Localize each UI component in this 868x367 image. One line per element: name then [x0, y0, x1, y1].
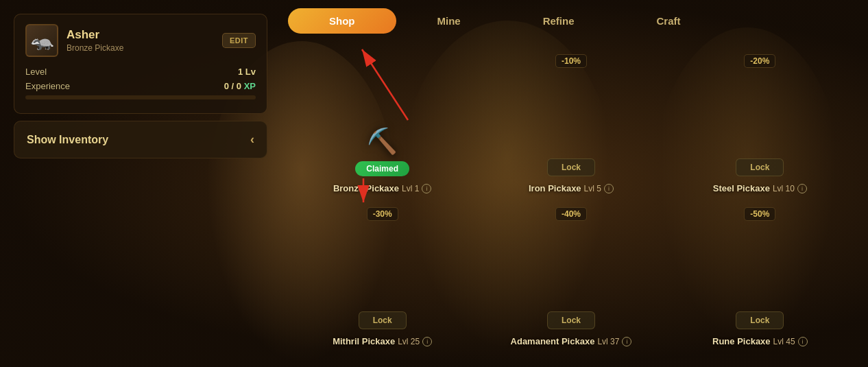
adamanent-lock-button[interactable]: Lock: [547, 311, 595, 329]
mithril-info-icon[interactable]: i: [422, 337, 432, 346]
pickaxe-cell-rune: -50% Lock Rune Pickaxe Lvl 45 i: [666, 200, 854, 353]
mithril-pickaxe-level: Lvl 25: [398, 337, 420, 346]
steel-discount-badge: -20%: [744, 54, 775, 68]
rune-pickaxe-name: Rune Pickaxe: [712, 336, 771, 346]
level-value: 1 Lv: [238, 67, 256, 77]
pickaxe-cell-bronze: ⛏️ Claimed Bronze Pickaxe Lvl 1 i: [288, 47, 477, 200]
bronze-info-icon[interactable]: i: [422, 184, 431, 193]
iron-lock-button[interactable]: Lock: [547, 158, 595, 176]
mithril-discount-badge: -30%: [367, 207, 398, 221]
chevron-left-icon: ‹: [250, 132, 254, 147]
experience-label: Experience: [25, 81, 70, 91]
adamanent-discount-badge: -40%: [555, 207, 587, 221]
pickaxe-cell-iron: -10% Lock Iron Pickaxe Lvl 5 i: [477, 47, 665, 200]
tab-refine[interactable]: Refine: [502, 8, 616, 34]
tabs-container: Shop Mine Refine Craft: [288, 8, 854, 34]
tab-shop[interactable]: Shop: [288, 8, 396, 34]
tab-craft[interactable]: Craft: [616, 8, 722, 34]
avatar: 🦡: [25, 24, 58, 57]
adamanent-info-row: Adamanent Pickaxe Lvl 37 i: [511, 336, 632, 346]
iron-discount-badge: -10%: [555, 54, 587, 68]
mithril-info-row: Mithril Pickaxe Lvl 25 i: [333, 336, 432, 346]
level-row: Level 1 Lv: [25, 67, 256, 77]
iron-pickaxe-level: Lvl 5: [584, 184, 601, 193]
edit-button[interactable]: EDIT: [222, 33, 256, 48]
bronze-pickaxe-icon: ⛏️: [367, 127, 398, 156]
left-panel: 🦡 Asher Bronze Pickaxe EDIT Level 1 Lv E…: [0, 0, 281, 367]
iron-pickaxe-name: Iron Pickaxe: [529, 183, 581, 193]
steel-pickaxe-level: Lvl 10: [773, 184, 795, 193]
level-label: Level: [25, 67, 47, 77]
pickaxe-cell-mithril: -30% Lock Mithril Pickaxe Lvl 25 i: [288, 200, 477, 353]
profile-info: Asher Bronze Pickaxe: [67, 28, 214, 53]
profile-tool: Bronze Pickaxe: [67, 43, 214, 53]
steel-info-row: Steel Pickaxe Lvl 10 i: [713, 183, 807, 193]
experience-value: 0 / 0 XP: [224, 81, 256, 91]
bronze-pickaxe-name: Bronze Pickaxe: [333, 183, 399, 193]
profile-card: 🦡 Asher Bronze Pickaxe EDIT Level 1 Lv E…: [14, 14, 267, 114]
right-content: Shop Mine Refine Craft ⛏️ Claimed Bronze…: [281, 0, 868, 367]
adamanent-pickaxe-level: Lvl 37: [597, 337, 619, 346]
mithril-lock-button[interactable]: Lock: [359, 311, 407, 329]
rune-info-row: Rune Pickaxe Lvl 45 i: [712, 336, 808, 346]
rune-info-icon[interactable]: i: [798, 337, 808, 346]
rune-lock-button[interactable]: Lock: [736, 311, 784, 329]
adamanent-info-icon[interactable]: i: [622, 337, 631, 346]
steel-lock-button[interactable]: Lock: [736, 158, 784, 176]
bronze-pickaxe-level: Lvl 1: [402, 184, 419, 193]
steel-info-icon[interactable]: i: [797, 184, 807, 193]
iron-info-icon[interactable]: i: [604, 184, 614, 193]
rune-pickaxe-level: Lvl 45: [773, 337, 795, 346]
inventory-toggle[interactable]: Show Inventory ‹: [14, 121, 267, 158]
mithril-pickaxe-name: Mithril Pickaxe: [333, 336, 395, 346]
bronze-info-row: Bronze Pickaxe Lvl 1 i: [333, 183, 431, 193]
pickaxe-cell-steel: -20% Lock Steel Pickaxe Lvl 10 i: [666, 47, 854, 200]
steel-pickaxe-name: Steel Pickaxe: [713, 183, 770, 193]
experience-row: Experience 0 / 0 XP: [25, 81, 256, 91]
adamanent-pickaxe-name: Adamanent Pickaxe: [511, 336, 595, 346]
rune-discount-badge: -50%: [744, 207, 775, 221]
claimed-badge: Claimed: [355, 161, 409, 176]
inventory-label: Show Inventory: [27, 134, 108, 146]
pickaxe-grid: ⛏️ Claimed Bronze Pickaxe Lvl 1 i -10% L…: [288, 47, 854, 353]
iron-info-row: Iron Pickaxe Lvl 5 i: [529, 183, 614, 193]
tab-mine[interactable]: Mine: [396, 8, 502, 34]
profile-name: Asher: [67, 28, 214, 42]
xp-bar-bg: [25, 95, 256, 99]
profile-header: 🦡 Asher Bronze Pickaxe EDIT: [25, 24, 256, 57]
pickaxe-cell-adamanent: -40% Lock Adamanent Pickaxe Lvl 37 i: [477, 200, 665, 353]
